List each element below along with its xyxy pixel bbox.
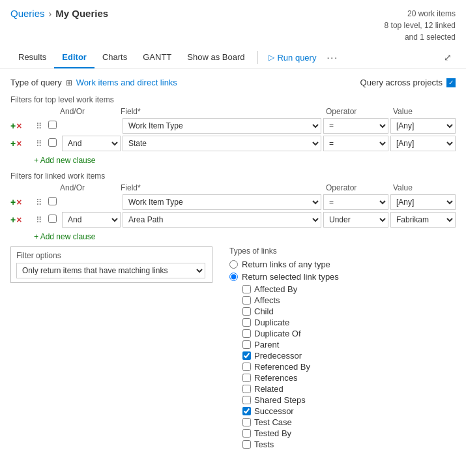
linked-row1-field[interactable]: Work Item Type (123, 194, 321, 210)
linked-row2-val[interactable]: Fabrikam (390, 212, 456, 228)
link-type-checkbox-duplicate[interactable] (242, 318, 251, 327)
link-type-item: Referenced By (242, 362, 456, 372)
row1-top-remove[interactable]: × (16, 121, 22, 131)
work-items-detail: 8 top level, 12 linked (385, 20, 456, 31)
radio-any-type-input[interactable] (229, 260, 238, 269)
link-type-checkbox-affects[interactable] (242, 296, 251, 305)
run-query-label: Run query (277, 53, 316, 63)
row2-top-val-select[interactable]: [Any] (390, 136, 456, 151)
link-type-checkbox-predecessor[interactable] (242, 351, 251, 360)
row1-top-actions: + × (10, 121, 34, 131)
linked-row2-check[interactable] (48, 215, 60, 225)
row2-top-andor-select[interactable]: And Or (62, 136, 121, 151)
link-type-label-references: References (254, 373, 297, 383)
link-type-checkbox-tested-by[interactable] (242, 429, 251, 438)
linked-row1-op-select[interactable]: = (323, 194, 388, 210)
lower-section: Filter options Only return items that ha… (10, 246, 456, 451)
link-type-checkbox-child[interactable] (242, 307, 251, 316)
run-query-button[interactable]: ▷ Run query (263, 49, 321, 67)
row1-top-op[interactable]: = (323, 118, 388, 134)
linked-row2-remove[interactable]: × (16, 215, 22, 225)
row1-top-check[interactable] (48, 121, 60, 131)
linked-row1-val-select[interactable]: [Any] (390, 194, 456, 210)
linked-row2-op-select[interactable]: Under = (323, 212, 388, 228)
tab-editor[interactable]: Editor (54, 47, 95, 68)
linked-row2-andor[interactable]: And Or (62, 212, 121, 228)
row2-top-checkbox[interactable] (48, 138, 57, 147)
row2-top-op-select[interactable]: = (323, 136, 388, 151)
tab-results[interactable]: Results (10, 47, 54, 68)
row2-top-add[interactable]: + (10, 138, 16, 149)
col-val-top: Value (390, 107, 456, 116)
row1-top-op-select[interactable]: = (323, 118, 388, 134)
row1-top-add[interactable]: + (10, 121, 16, 131)
linked-row1-checkbox[interactable] (48, 197, 57, 205)
linked-row2-checkbox[interactable] (48, 215, 57, 223)
query-type-value[interactable]: Work items and direct links (76, 78, 177, 87)
radio-selected-types[interactable]: Return selected link types (229, 272, 456, 282)
row2-top-remove[interactable]: × (16, 138, 22, 149)
row2-top-field[interactable]: State (123, 136, 321, 151)
expand-button[interactable]: ⤢ (440, 48, 456, 67)
row2-top-field-select[interactable]: State (123, 136, 321, 151)
linked-row2-val-select[interactable]: Fabrikam (390, 212, 456, 228)
linked-row1-val[interactable]: [Any] (390, 194, 456, 210)
link-type-checkbox-successor[interactable] (242, 407, 251, 415)
linked-row1-actions: + × (10, 197, 34, 207)
linked-row2-field-select[interactable]: Area Path (123, 212, 321, 228)
row1-top-val[interactable]: [Any] (390, 118, 456, 134)
filter-options-select[interactable]: Only return items that have matching lin… (16, 263, 205, 278)
row2-top-val[interactable]: [Any] (390, 136, 456, 151)
link-type-checkbox-parent[interactable] (242, 340, 251, 349)
link-type-checkbox-shared-steps[interactable] (242, 396, 251, 404)
link-type-checkbox-affected-by[interactable] (242, 285, 251, 293)
more-button[interactable]: ··· (321, 48, 343, 67)
link-type-label-related: Related (254, 384, 284, 394)
linked-row1-add[interactable]: + (10, 197, 16, 207)
breadcrumb-current: My Queries (55, 8, 108, 19)
link-type-item: Duplicate Of (242, 329, 456, 338)
radio-selected-types-input[interactable] (229, 273, 238, 281)
link-type-checkbox-referenced-by[interactable] (242, 363, 251, 371)
tab-show-as-board[interactable]: Show as Board (179, 47, 252, 68)
linked-row2-drag: ⠿ (36, 215, 46, 225)
link-type-checkbox-tests[interactable] (242, 440, 251, 449)
linked-row1-remove[interactable]: × (16, 197, 22, 207)
link-type-checkbox-references[interactable] (242, 374, 251, 382)
work-items-info: 20 work items 8 top level, 12 linked and… (385, 8, 456, 43)
tab-charts[interactable]: Charts (95, 47, 135, 68)
link-type-checkbox-related[interactable] (242, 385, 251, 393)
link-type-label-child: Child (254, 306, 274, 316)
row2-top-andor[interactable]: And Or (62, 136, 121, 151)
linked-row2-add[interactable]: + (10, 215, 16, 225)
top-level-row-2: + × ⠿ And Or State = [Any] (10, 136, 456, 151)
linked-row1-op[interactable]: = (323, 194, 388, 210)
linked-row1-field-select[interactable]: Work Item Type (123, 194, 321, 210)
row1-top-field[interactable]: Work Item Type (123, 118, 321, 134)
linked-row2-actions: + × (10, 215, 34, 225)
row1-top-checkbox[interactable] (48, 121, 57, 129)
cross-projects-checkbox[interactable]: ✓ (446, 78, 456, 87)
add-clause-top[interactable]: + Add new clause (10, 153, 456, 168)
content-area: Type of query ⊞ Work items and direct li… (0, 68, 466, 456)
add-clause-linked[interactable]: + Add new clause (10, 230, 456, 244)
query-type-row: Type of query ⊞ Work items and direct li… (10, 74, 456, 91)
link-type-item: Test Case (242, 417, 456, 427)
link-type-checkbox-duplicate-of[interactable] (242, 329, 251, 338)
link-type-checkbox-test-case[interactable] (242, 418, 251, 426)
linked-row-1: + × ⠿ Work Item Type = [Any] (10, 194, 456, 210)
link-type-label-duplicate: Duplicate (254, 318, 289, 327)
top-level-section-label: Filters for top level work items (10, 91, 456, 107)
linked-row2-field[interactable]: Area Path (123, 212, 321, 228)
radio-any-type[interactable]: Return links of any type (229, 260, 456, 269)
row1-top-field-select[interactable]: Work Item Type (123, 118, 321, 134)
linked-row1-check[interactable] (48, 197, 60, 207)
linked-row2-andor-select[interactable]: And Or (62, 212, 121, 228)
row2-top-actions: + × (10, 138, 34, 149)
row2-top-check[interactable] (48, 138, 60, 149)
row2-top-op[interactable]: = (323, 136, 388, 151)
breadcrumb-root[interactable]: Queries (10, 8, 45, 19)
tab-gantt[interactable]: GANTT (135, 47, 179, 68)
linked-row2-op[interactable]: Under = (323, 212, 388, 228)
row1-top-val-select[interactable]: [Any] (390, 118, 456, 134)
